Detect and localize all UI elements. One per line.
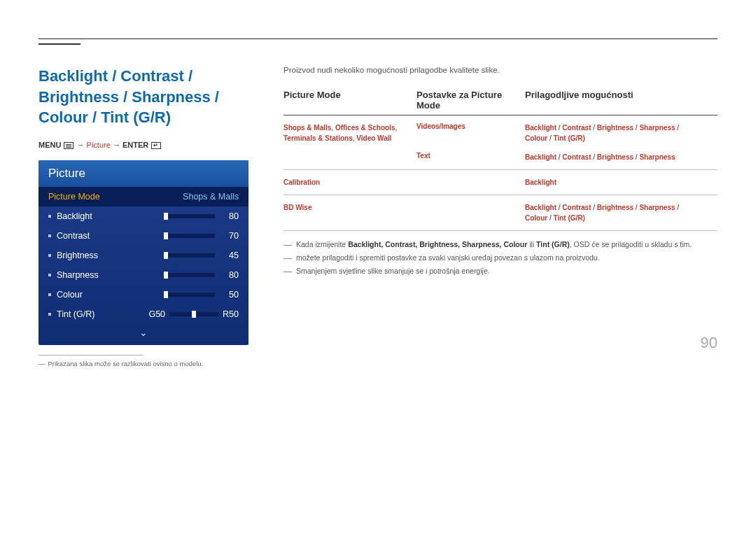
page-title: Backlight / Contrast / Brightness / Shar… [38,66,248,128]
header-divider [38,38,718,39]
osd-label: Tint (G/R) [57,309,148,319]
osd-row-contrast[interactable]: Contrast 70 [38,226,248,246]
table-header-row: Picture Mode Postavke za Picture Mode Pr… [284,90,718,115]
osd-label: Backlight [57,211,166,221]
osd-slider[interactable] [166,293,215,297]
list-dot-icon [48,313,51,316]
osd-tint-slider[interactable] [169,312,218,316]
breadcrumb-enter: ENTER [122,141,148,149]
osd-value: Shops & Malls [183,192,239,202]
notes-block: Kada izmijenite Backlight, Contrast, Bri… [284,238,718,278]
note-text: Smanjenjem svjetline slike smanjuje se i… [296,267,490,275]
slider-knob-icon [164,291,168,298]
table-row: Shops & Malls, Offices & Schools, Termin… [284,115,718,170]
osd-row-picture-mode[interactable]: Picture Mode Shops & Malls [38,187,248,206]
note-line: Kada izmijenite Backlight, Contrast, Bri… [284,238,718,251]
osd-row-sharpness[interactable]: Sharpness 80 [38,265,248,285]
chapter-mark [38,43,80,45]
note-line: možete prilagoditi i spremiti postavke z… [284,251,718,265]
cell-options: Backlight [525,177,718,188]
osd-label: Colour [57,290,166,300]
slider-knob-icon [164,252,168,259]
arrow-icon: → [77,141,85,149]
table-row: BD Wise Backlight / Contrast / Brightnes… [284,195,718,231]
cell-setting: Text [416,152,525,162]
table-row: Calibration Backlight [284,170,718,195]
th-adjustable: Prilagodljive mogućnosti [525,90,718,111]
osd-row-tint[interactable]: Tint (G/R) G50 R50 [38,304,248,324]
note-bold: Tint (G/R) [536,240,570,248]
mode-part: Terminals & Stations [284,134,353,142]
cell-options: Backlight / Contrast / Brightness / Shar… [525,152,718,162]
cell-mode: BD Wise [284,202,416,223]
osd-label: Picture Mode [48,192,183,202]
chevron-down-icon[interactable]: ⌄ [38,324,248,339]
osd-value: 80 [222,270,239,280]
list-dot-icon [48,254,51,257]
osd-label: Contrast [57,231,166,241]
note-text: možete prilagoditi i spremiti postavke z… [296,253,600,262]
osd-panel: Picture Picture Mode Shops & Malls Backl… [38,160,248,345]
osd-label: Sharpness [57,270,166,280]
note-text: Kada izmijenite [296,240,348,248]
osd-slider[interactable] [166,273,215,277]
list-dot-icon [48,234,51,237]
breadcrumb-menu: MENU [38,141,61,149]
osd-row-brightness[interactable]: Brightness 45 [38,246,248,265]
osd-tint-g: G50 [148,309,165,319]
enter-icon [151,142,161,149]
cell-setting: Videos/Images [416,122,525,143]
osd-slider[interactable] [166,214,215,218]
intro-text: Proizvod nudi nekoliko mogućnosti prilag… [284,66,718,74]
th-settings: Postavke za Picture Mode [416,90,525,111]
osd-slider[interactable] [166,234,215,238]
osd-slider[interactable] [166,253,215,258]
osd-row-backlight[interactable]: Backlight 80 [38,206,248,226]
note-line: Smanjenjem svjetline slike smanjuje se i… [284,265,718,278]
osd-row-colour[interactable]: Colour 50 [38,285,248,304]
cell-setting [416,202,525,223]
osd-value: 45 [222,251,239,260]
mode-part: Video Wall [356,134,391,142]
note-text: ili [527,240,536,248]
slider-knob-icon [192,311,196,318]
footnote-text: Prikazana slika može se razlikovati ovis… [48,360,204,367]
slider-knob-icon [164,232,168,239]
cell-setting [416,177,525,188]
osd-tint-r: R50 [223,309,239,319]
menu-icon [64,142,74,149]
arrow-icon: → [113,141,120,149]
breadcrumb-picture: Picture [87,141,111,149]
list-dot-icon [48,215,51,218]
cell-options: Backlight / Contrast / Brightness / Shar… [525,202,718,223]
list-dot-icon [48,274,51,276]
cell-mode: Calibration [284,177,416,188]
osd-value: 70 [222,231,239,241]
osd-value: 80 [222,211,239,221]
th-picture-mode: Picture Mode [284,90,416,111]
cell-options: Backlight / Contrast / Brightness / Shar… [525,122,718,143]
note-text: , OSD će se prilagoditi u skladu s tim. [570,240,692,248]
footnote-divider [38,355,144,356]
list-dot-icon [48,293,51,296]
osd-label: Brightness [57,251,166,260]
page-number: 90 [701,334,718,352]
mode-part: Offices & Schools [335,124,396,132]
cell-mode: Shops & Malls, Offices & Schools, Termin… [284,122,416,162]
breadcrumb: MENU → Picture → ENTER [38,141,248,149]
slider-knob-icon [164,272,168,279]
osd-title: Picture [38,160,248,187]
note-bold: Backlight, Contrast, Brightness, Sharpne… [348,240,527,248]
osd-value: 50 [222,290,239,300]
slider-knob-icon [164,213,168,220]
mode-part: Shops & Malls [284,124,331,132]
footnote: ―Prikazana slika može se razlikovati ovi… [38,360,248,367]
